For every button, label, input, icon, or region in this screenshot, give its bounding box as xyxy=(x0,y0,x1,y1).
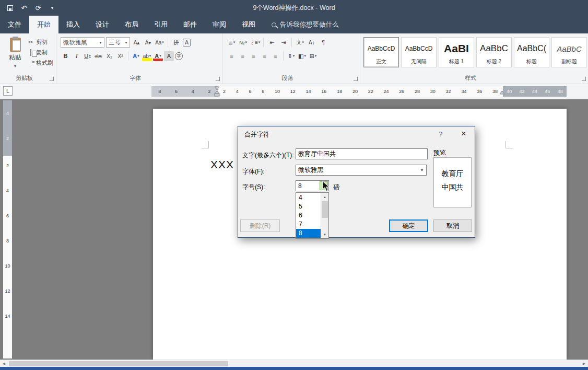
shrink-font-button[interactable]: A▾ xyxy=(143,38,153,48)
align-left-button[interactable]: ≡ xyxy=(227,51,237,61)
copy-button[interactable]: 复制 xyxy=(27,49,53,56)
text-effects-button[interactable]: A xyxy=(131,51,141,61)
multilevel-list-button[interactable]: ⋮≡ xyxy=(250,38,260,48)
dropdown-scrollbar[interactable]: ▲ ▼ xyxy=(321,193,328,238)
ruler-number: 12 xyxy=(290,89,296,94)
bullets-button[interactable]: ≣ xyxy=(227,38,237,48)
ruler-band: L 8642 246810121416182022242628303234363… xyxy=(0,84,588,99)
combine-text-input[interactable] xyxy=(296,148,428,159)
indent-marker-icon[interactable] xyxy=(214,86,220,97)
highlight-color-button[interactable]: ab xyxy=(142,51,152,61)
size-option[interactable]: 4 xyxy=(296,193,321,202)
bold-button[interactable]: B xyxy=(61,51,70,61)
style-card-heading1[interactable]: AaBI 标题 1 xyxy=(439,37,474,67)
paragraph-dialog-launcher-icon[interactable] xyxy=(354,77,358,81)
redo-button[interactable]: ⟳ xyxy=(34,3,42,13)
tab-stop-selector[interactable]: L xyxy=(3,86,13,96)
styles-dialog-launcher-icon[interactable] xyxy=(582,77,586,81)
format-painter-button[interactable]: 格式刷 xyxy=(27,59,53,67)
style-card-normal[interactable]: AaBbCcD 正文 xyxy=(363,37,399,67)
paste-button[interactable]: 粘贴 ▾ xyxy=(4,37,27,76)
tab-file[interactable]: 文件 xyxy=(0,16,29,33)
preview-label: 预览 xyxy=(433,148,446,157)
document-text[interactable]: XXX xyxy=(210,158,234,171)
ribbon-tab[interactable]: 插入 xyxy=(58,16,88,33)
decrease-indent-button[interactable]: ⇤ xyxy=(267,38,277,48)
italic-button[interactable]: I xyxy=(72,51,81,61)
size-option[interactable]: 7 xyxy=(296,220,321,229)
show-hide-marks-button[interactable]: ¶ xyxy=(318,38,328,48)
save-button[interactable] xyxy=(6,3,14,13)
horizontal-ruler[interactable]: 8642 2468101214161820222426283032343638 … xyxy=(151,86,567,97)
font-size-combobox[interactable]: 三号 ▾ xyxy=(106,37,130,48)
scroll-up-icon[interactable]: ▲ xyxy=(321,193,328,201)
asian-layout-button[interactable]: 文 xyxy=(295,38,305,48)
size-option[interactable]: 6 xyxy=(296,211,321,220)
pinyin-guide-button[interactable]: 拼 xyxy=(171,38,181,48)
distribute-button[interactable]: ≡ xyxy=(271,51,280,61)
cancel-button[interactable]: 取消 xyxy=(433,219,472,232)
subscript-button[interactable]: X₂ xyxy=(104,51,114,61)
dialog-help-button[interactable]: ? xyxy=(437,131,444,138)
ribbon-tab[interactable]: 设计 xyxy=(88,16,117,33)
vertical-ruler[interactable]: 42 2468101214 xyxy=(3,100,12,359)
enclose-characters-button[interactable]: 字 xyxy=(175,52,183,60)
ruler-right-margin: 4042444648 xyxy=(503,86,567,97)
dialog-size-combobox[interactable]: 8 ▾ xyxy=(296,180,329,191)
styles-gallery: AaBbCcD 正文 AaBbCcD 无间隔 AaBI 标题 1 AaBbC 标… xyxy=(363,37,587,67)
chevron-down-icon: ▾ xyxy=(14,64,16,68)
undo-button[interactable]: ↶ xyxy=(20,3,28,13)
font-name-combobox[interactable]: 微软雅黑 ▾ xyxy=(61,37,104,48)
dialog-font-select[interactable]: 微软雅黑 ▾ xyxy=(296,165,427,176)
cut-button[interactable]: ✂ 剪切 xyxy=(27,38,53,46)
ribbon-tab[interactable]: 视图 xyxy=(234,16,263,33)
grow-font-button[interactable]: A▴ xyxy=(132,38,142,48)
strikethrough-button[interactable]: abc xyxy=(93,51,103,61)
size-option[interactable]: 5 xyxy=(296,202,321,211)
clipboard-dialog-launcher-icon[interactable] xyxy=(50,77,54,81)
font-color-button[interactable]: A xyxy=(153,51,163,61)
increase-indent-button[interactable]: ⇥ xyxy=(278,38,288,48)
horizontal-scrollbar[interactable]: ◀ ▶ xyxy=(0,360,588,367)
preview-line: 教育厅 xyxy=(434,167,471,180)
line-spacing-button[interactable]: ⇕ xyxy=(286,51,296,61)
scroll-down-icon[interactable]: ▼ xyxy=(321,230,328,238)
character-border-button[interactable]: A xyxy=(183,39,191,47)
style-card-subtitle[interactable]: AaBbC 副标题 xyxy=(551,37,587,67)
ribbon-tab[interactable]: 引用 xyxy=(146,16,175,33)
status-bar xyxy=(0,367,588,370)
qat-customize-button[interactable]: ▾ xyxy=(49,3,56,13)
scrollbar-thumb[interactable] xyxy=(9,361,228,366)
scroll-right-icon[interactable]: ▶ xyxy=(580,360,588,367)
scroll-left-icon[interactable]: ◀ xyxy=(0,360,8,367)
character-shading-button[interactable]: A xyxy=(164,51,174,61)
align-right-button[interactable]: ≡ xyxy=(249,51,258,61)
underline-button[interactable]: U xyxy=(83,51,92,61)
style-preview: AaBbC xyxy=(557,39,582,58)
shading-button[interactable]: ◧ xyxy=(297,51,307,61)
style-card-heading2[interactable]: AaBbC 标题 2 xyxy=(476,37,512,67)
style-card-no-spacing[interactable]: AaBbCcD 无间隔 xyxy=(401,37,437,67)
size-option[interactable]: 8 xyxy=(296,229,321,238)
tell-me-box[interactable]: 告诉我你想要做什么 xyxy=(272,16,339,33)
right-indent-marker-icon[interactable] xyxy=(499,90,505,95)
size-dropdown-arrow-icon[interactable]: ▾ xyxy=(320,181,328,190)
justify-button[interactable]: ≡ xyxy=(260,51,269,61)
ok-button[interactable]: 确定 xyxy=(389,219,428,232)
size-options: 45678 xyxy=(296,193,321,238)
scrollbar-thumb[interactable] xyxy=(322,201,328,218)
font-dialog-launcher-icon[interactable] xyxy=(216,77,220,81)
sort-button[interactable]: A↓ xyxy=(307,38,316,48)
ribbon-tab[interactable]: 开始 xyxy=(29,16,58,33)
align-center-button[interactable]: ≡ xyxy=(238,51,248,61)
numbering-button[interactable]: № xyxy=(238,38,248,48)
dialog-close-button[interactable]: × xyxy=(459,129,468,138)
ribbon-tab[interactable]: 审阅 xyxy=(205,16,234,33)
superscript-button[interactable]: X² xyxy=(115,51,125,61)
ribbon-tab[interactable]: 布局 xyxy=(117,16,146,33)
ribbon-tab[interactable]: 邮件 xyxy=(175,16,205,33)
ruler-number: 30 xyxy=(430,89,436,94)
style-card-title[interactable]: AaBbC( 标题 xyxy=(514,37,549,67)
change-case-button[interactable]: Aa xyxy=(155,38,164,48)
borders-button[interactable]: ⊞ xyxy=(308,51,318,61)
